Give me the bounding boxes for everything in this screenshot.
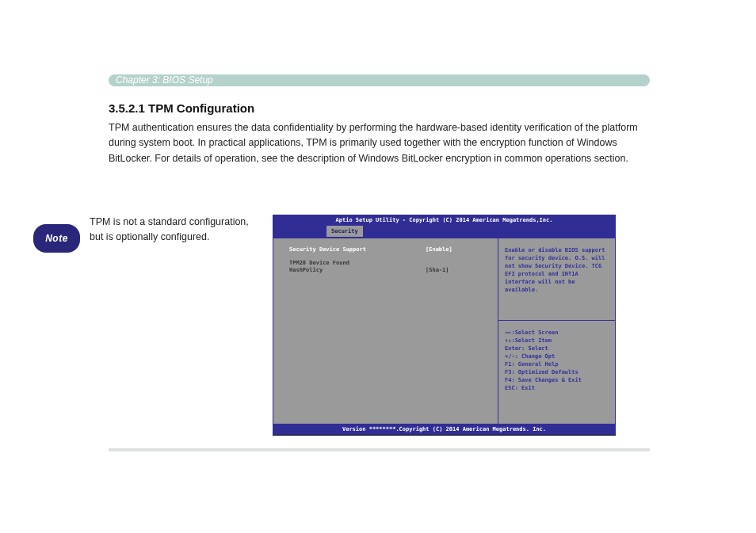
footer-model: T160 G10 User Manual — [109, 452, 194, 461]
setting-label: HashPolicy — [289, 267, 426, 273]
key-save-exit: F4: Save Changes & Exit — [505, 376, 609, 384]
setting-label: TPM20 Device Found — [289, 260, 426, 266]
bios-key-legend: →←:Select Screen ↑↓:Select Item Enter: S… — [498, 321, 615, 424]
setting-tpm20-found: TPM20 Device Found — [273, 260, 498, 266]
bios-help-pane: Enable or disable BIOS support for secur… — [498, 238, 615, 424]
tab-security[interactable]: Security — [326, 226, 363, 237]
setting-hashpolicy[interactable]: HashPolicy [Sha-1] — [273, 267, 498, 273]
section-body: TPM authentication ensures the data conf… — [109, 120, 650, 166]
setting-value: [Sha-1] — [426, 267, 449, 273]
key-exit: ESC: Exit — [505, 384, 609, 392]
setting-value: [Enable] — [426, 246, 452, 253]
bios-settings-pane: Security Device Support [Enable] TPM20 D… — [273, 238, 498, 424]
note-badge: Note — [33, 224, 80, 253]
bios-header: Aptio Setup Utility - Copyright (C) 2014… — [273, 215, 616, 226]
key-general-help: F1: General Help — [505, 360, 609, 368]
section-title: 3.5.2.1 TPM Configuration — [109, 101, 254, 115]
key-optimized-defaults: F3: Optimized Defaults — [505, 368, 609, 376]
key-change-opt: +/-: Change Opt — [505, 352, 609, 360]
bios-tabbar: Security — [273, 226, 616, 238]
page-footer: T160 G10 User Manual 30 — [109, 451, 650, 462]
key-select-screen: →←:Select Screen — [505, 329, 609, 337]
note-badge-label: Note — [45, 233, 68, 244]
footer-page: 30 — [640, 452, 650, 461]
chapter-label: Chapter 3: BIOS Setup — [116, 74, 213, 86]
bios-main: Security Device Support [Enable] TPM20 D… — [273, 238, 616, 424]
bios-window: Aptio Setup Utility - Copyright (C) 2014… — [273, 215, 616, 436]
key-select-item: ↑↓:Select Item — [505, 337, 609, 345]
bios-help-text: Enable or disable BIOS support for secur… — [498, 238, 615, 321]
setting-security-device-support[interactable]: Security Device Support [Enable] — [273, 246, 498, 253]
key-select: Enter: Select — [505, 345, 609, 352]
setting-label: Security Device Support — [289, 246, 426, 253]
bios-footer: Version ********.Copyright (C) 2014 Amer… — [273, 424, 616, 435]
note-text: TPM is not a standard configuration, but… — [90, 215, 264, 246]
